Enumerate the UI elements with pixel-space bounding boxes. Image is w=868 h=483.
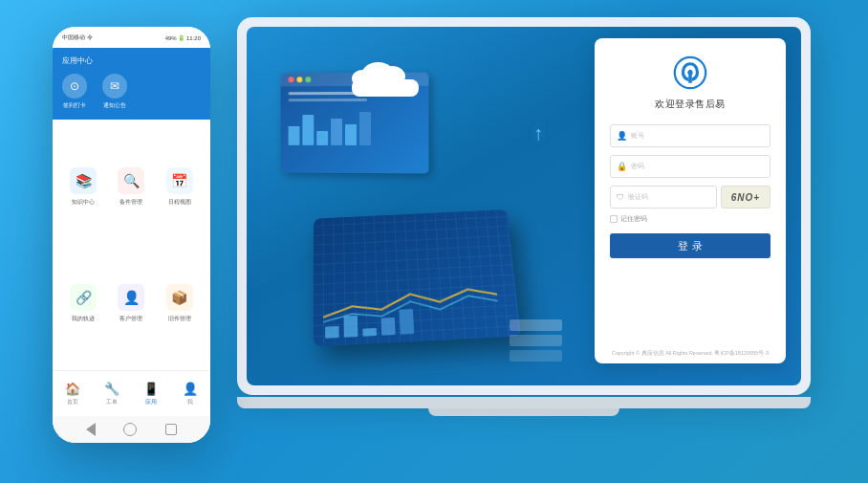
checkin-label: 签到打卡 [63, 101, 86, 110]
nav-profile[interactable]: 👤 我 [171, 371, 210, 416]
apps-label: 应用 [145, 398, 157, 406]
grid-item-knowledge[interactable]: 📚 知识中心 [60, 129, 106, 244]
laptop-foot [428, 408, 619, 416]
notice-button[interactable]: ✉ 通知公告 [102, 74, 127, 110]
remember-row: 记住密码 [610, 214, 770, 224]
password-placeholder: 密码 [631, 162, 644, 171]
schedule-icon: 📅 [166, 167, 193, 194]
profile-icon: 👤 [183, 382, 198, 396]
oldparts-icon: 📦 [166, 284, 193, 311]
captcha-image[interactable]: 6NO+ [721, 186, 770, 209]
login-card: 欢迎登录售后易 👤 账号 🔒 密码 🛡 验证码 6N [595, 38, 786, 363]
phone-battery: 49% 🔋 11:20 [165, 34, 201, 41]
workorder-icon: 🔧 [104, 382, 119, 396]
apps-icon: 📱 [143, 382, 159, 396]
login-button-label: 登 录 [678, 239, 702, 253]
laptop-display: ↑ 欢迎登录售后易 👤 账号 [247, 27, 801, 385]
lock-icon: 🔒 [617, 162, 627, 171]
grid-item-track[interactable]: 🔗 我的轨迹 [60, 246, 106, 361]
nav-workorder[interactable]: 🔧 工单 [92, 371, 131, 416]
shield-icon: 🛡 [617, 193, 624, 202]
notice-icon: ✉ [102, 74, 127, 99]
grid-item-customer[interactable]: 👤 客户管理 [108, 246, 154, 361]
home-button[interactable] [123, 423, 137, 436]
profile-label: 我 [187, 398, 193, 406]
grid-item-schedule[interactable]: 📅 日程视图 [157, 129, 203, 244]
checkin-icon: ⊙ [62, 74, 87, 99]
grid-item-oldparts[interactable]: 📦 旧件管理 [157, 246, 203, 361]
knowledge-icon: 📚 [70, 167, 97, 194]
customer-icon: 👤 [118, 284, 144, 311]
nav-apps[interactable]: 📱 应用 [132, 371, 171, 416]
bottom-nav: 🏠 首页 🔧 工单 📱 应用 👤 我 [53, 370, 210, 416]
app-title: 应用中心 [62, 55, 201, 66]
checkin-button[interactable]: ⊙ 签到打卡 [62, 74, 87, 110]
user-icon: 👤 [617, 131, 627, 141]
app-logo [673, 55, 707, 90]
nav-home[interactable]: 🏠 首页 [53, 371, 92, 416]
laptop-device: ↑ 欢迎登录售后易 👤 账号 [237, 17, 811, 428]
illustration: ↑ [266, 46, 591, 362]
android-nav [53, 416, 210, 443]
phone-screen: 中国移动 令 49% 🔋 11:20 应用中心 ⊙ 签到打卡 ✉ 通知公告 📚 … [53, 27, 210, 443]
grid-item-parts[interactable]: 🔍 备件管理 [108, 129, 154, 244]
customer-label: 客户管理 [119, 315, 142, 323]
captcha-placeholder: 验证码 [628, 192, 648, 202]
laptop-screen-area: ↑ 欢迎登录售后易 👤 账号 [237, 17, 811, 395]
recents-button[interactable] [165, 424, 177, 435]
parts-icon: 🔍 [118, 167, 144, 194]
remember-label: 记住密码 [620, 214, 647, 224]
knowledge-label: 知识中心 [72, 198, 95, 207]
phone-status-bar: 中国移动 令 49% 🔋 11:20 [53, 27, 210, 48]
track-icon: 🔗 [70, 284, 97, 311]
login-title: 欢迎登录售后易 [655, 98, 726, 111]
track-label: 我的轨迹 [72, 315, 95, 323]
captcha-row: 🛡 验证码 6NO+ [610, 186, 770, 209]
app-header: 应用中心 ⊙ 签到打卡 ✉ 通知公告 [53, 48, 210, 120]
phone-device: 中国移动 令 49% 🔋 11:20 应用中心 ⊙ 签到打卡 ✉ 通知公告 📚 … [53, 27, 210, 443]
app-grid: 📚 知识中心 🔍 备件管理 📅 日程视图 🔗 我的轨迹 👤 客户管理 📦 [53, 120, 210, 370]
oldparts-label: 旧件管理 [168, 315, 191, 323]
home-icon: 🏠 [65, 382, 80, 396]
parts-label: 备件管理 [119, 198, 142, 207]
username-placeholder: 账号 [631, 131, 644, 141]
home-label: 首页 [67, 398, 78, 406]
login-button[interactable]: 登 录 [610, 233, 770, 258]
username-field[interactable]: 👤 账号 [610, 124, 770, 147]
password-field[interactable]: 🔒 密码 [610, 155, 770, 178]
copyright-text: Copyright © 典应信息 All Rights Reserved. 粤I… [595, 350, 786, 358]
laptop-base [237, 397, 811, 408]
phone-carrier: 中国移动 令 [62, 33, 93, 42]
schedule-label: 日程视图 [168, 198, 191, 207]
header-buttons: ⊙ 签到打卡 ✉ 通知公告 [62, 74, 201, 110]
captcha-input[interactable]: 🛡 验证码 [610, 186, 717, 209]
back-button[interactable] [86, 423, 96, 436]
workorder-label: 工单 [106, 398, 118, 406]
notice-label: 通知公告 [103, 101, 126, 110]
remember-checkbox[interactable] [610, 215, 618, 223]
